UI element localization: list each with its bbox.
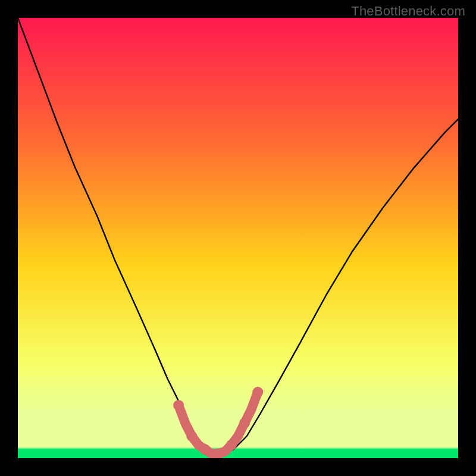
highlight-dot — [239, 418, 250, 428]
highlight-dot — [186, 431, 197, 441]
highlight-dot — [200, 444, 211, 455]
outer-frame: TheBottleneck.com — [0, 0, 476, 476]
highlight-dot — [173, 400, 184, 411]
watermark-text: TheBottleneck.com — [351, 4, 465, 19]
plot-area — [18, 18, 458, 458]
chart-svg — [18, 18, 458, 458]
highlight-dot — [226, 440, 237, 450]
gradient-background — [18, 18, 458, 458]
highlight-dot — [252, 387, 263, 397]
